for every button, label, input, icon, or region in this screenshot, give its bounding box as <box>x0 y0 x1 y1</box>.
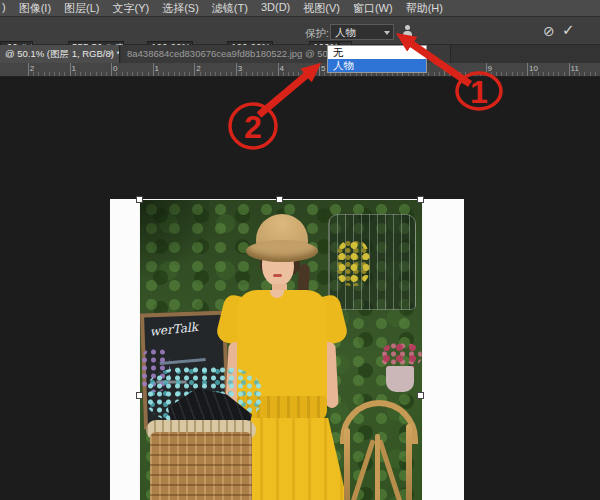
ruler-number: 4 <box>279 64 283 73</box>
document-tab-bar: @ 50.1% (图层 1, RGB/8) * × 8a438684ced830… <box>0 45 600 63</box>
menu-item[interactable]: 滤镜(T) <box>212 1 248 16</box>
horizontal-ruler: 2101234567891011 <box>0 63 600 77</box>
chevron-down-icon <box>384 31 390 35</box>
photo-shape <box>140 200 210 290</box>
ruler-number: 2 <box>196 64 200 73</box>
ruler-number: 9 <box>487 64 491 73</box>
menu-item[interactable]: 帮助(H) <box>406 1 443 16</box>
menu-item[interactable]: 选择(S) <box>162 1 199 16</box>
protect-skin-tones-icon[interactable] <box>401 25 414 38</box>
transform-handle-top-left[interactable] <box>136 196 143 203</box>
photo-shape <box>344 428 350 500</box>
menu-item[interactable]: ) <box>2 1 6 16</box>
menu-item[interactable]: 视图(V) <box>303 1 340 16</box>
transform-handle-top-middle[interactable] <box>276 196 283 203</box>
flower-pot <box>386 366 414 392</box>
protect-option[interactable]: 无 <box>328 46 426 59</box>
straw-hat-brim <box>246 240 318 262</box>
ruler-number: 10 <box>529 64 538 73</box>
wicker-basket <box>150 432 252 500</box>
ruler-number: 5 <box>321 64 325 73</box>
menu-bar-items: )图像(I)图层(L)文字(Y)选择(S)滤镜(T)3D(D)视图(V)窗口(W… <box>2 1 443 16</box>
ruler-number: 2 <box>30 64 34 73</box>
menu-bar: )图像(I)图层(L)文字(Y)选择(S)滤镜(T)3D(D)视图(V)窗口(W… <box>0 0 600 17</box>
photo-shape <box>406 424 412 500</box>
ruler-number: 1 <box>71 64 75 73</box>
menu-item[interactable]: 文字(Y) <box>113 1 150 16</box>
ruler-number: 0 <box>113 64 117 73</box>
tab-active-document[interactable]: @ 50.1% (图层 1, RGB/8) * <box>0 45 120 63</box>
commit-transform-button[interactable]: ✓ <box>562 21 575 39</box>
photoshop-window: )图像(I)图层(L)文字(Y)选择(S)滤镜(T)3D(D)视图(V)窗口(W… <box>0 0 600 500</box>
bamboo-chair <box>338 398 422 500</box>
protect-label: 保护: <box>305 26 329 40</box>
menu-item[interactable]: 图层(L) <box>64 1 99 16</box>
photo-shape <box>336 240 370 286</box>
chalkboard-text: werTalk <box>149 320 199 339</box>
menu-item[interactable]: 3D(D) <box>261 1 290 16</box>
ruler-number: 3 <box>238 64 242 73</box>
photo-shape <box>377 439 407 500</box>
ruler-number: 11 <box>571 64 579 73</box>
ruler-number: 1 <box>155 64 159 73</box>
options-bar: .00 像素 △ Y: 555.50 像素 W: 100.00% ∞ H: 10… <box>0 17 600 45</box>
transform-handle-middle-left[interactable] <box>136 392 143 399</box>
cancel-transform-button[interactable]: ⊘ <box>543 23 555 39</box>
ruler-number: 8 <box>446 64 450 73</box>
canvas-area: werTalk <box>0 77 600 500</box>
close-tab-icon[interactable]: × <box>104 45 118 63</box>
menu-item[interactable]: 图像(I) <box>19 1 51 16</box>
protect-select[interactable]: 人物 <box>330 24 394 40</box>
transform-handle-top-right[interactable] <box>417 196 424 203</box>
protect-option[interactable]: 人物 <box>328 59 426 72</box>
photo-shape <box>375 434 380 500</box>
menu-item[interactable]: 窗口(W) <box>353 1 393 16</box>
protect-dropdown-list: 无人物 <box>327 45 427 73</box>
protect-selected-value: 人物 <box>335 26 356 38</box>
photo-image: werTalk <box>140 200 422 500</box>
transform-handle-middle-right[interactable] <box>417 392 424 399</box>
